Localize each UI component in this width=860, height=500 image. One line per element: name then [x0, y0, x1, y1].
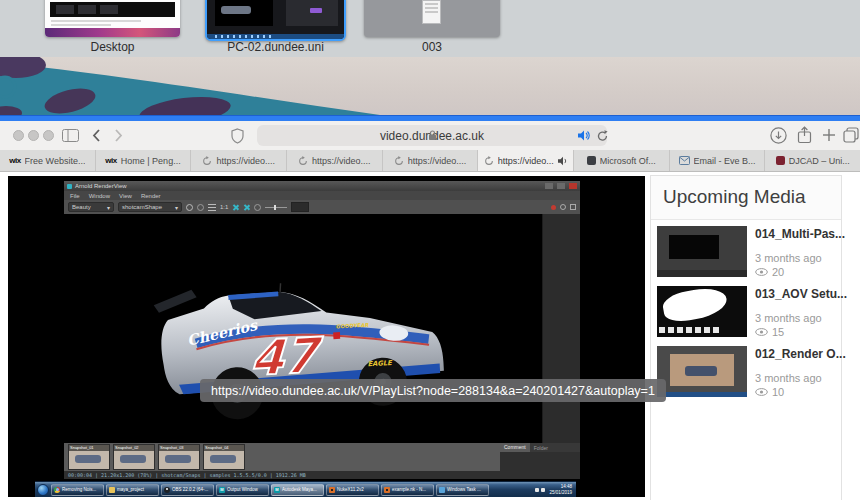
history-icon — [298, 156, 308, 166]
render-viewport: EAGLE GOODYEAR 47 Cheerios — [64, 214, 580, 443]
upcoming-media-sidebar: Upcoming Media 014_Multi-Pas... 3 months… — [650, 175, 842, 500]
video-player[interactable]: Arnold RenderView File Window View Rende… — [8, 176, 645, 497]
media-age: 3 months ago — [755, 252, 841, 264]
media-item-014[interactable]: 014_Multi-Pas... 3 months ago 20 — [651, 220, 841, 280]
eye-icon — [755, 268, 768, 276]
folder-tab: Folder — [530, 445, 552, 451]
arnold-title-bar: Arnold RenderView — [64, 181, 580, 191]
menu-window: Window — [89, 193, 110, 199]
aov-dropdown: Beauty▾ — [68, 202, 114, 212]
minimize-button[interactable] — [28, 130, 39, 141]
mini-car-image — [221, 6, 251, 14]
tab-video-active[interactable]: https://video... — [478, 150, 574, 171]
gear-icon — [254, 204, 261, 211]
space-thumbnail-desktop[interactable] — [45, 0, 180, 37]
taskbar-clock: 14:48 25/01/2019 — [549, 484, 572, 495]
taskbar-button-output: MOutput Window — [216, 484, 269, 496]
media-thumbnail — [657, 286, 747, 337]
taskbar-button-nuke: NukeX11.2v2 — [326, 484, 379, 496]
eye-icon — [755, 388, 768, 396]
downloads-icon[interactable] — [770, 127, 787, 144]
system-tray: 14:48 25/01/2019 — [535, 484, 574, 495]
media-thumbnail — [657, 346, 747, 397]
mini-text-line — [51, 24, 111, 26]
tab-home-peng[interactable]: wix Home | Peng... — [96, 150, 192, 171]
zoom-button[interactable] — [43, 130, 54, 141]
media-item-013[interactable]: 013_AOV Setu... 3 months ago 15 — [651, 280, 841, 340]
tab-overview-icon[interactable] — [843, 127, 859, 143]
taskbar-button-nuke-script: example.nk - N... — [381, 484, 434, 496]
address-bar[interactable]: video.dundee.ac.uk — [257, 125, 607, 146]
wix-icon: wix — [9, 156, 20, 165]
mission-control-bar: Desktop PC-02.dundee.uni 003 — [0, 0, 860, 58]
taskbar-button-chrome: Removing Nois... — [51, 484, 104, 496]
space-label-003: 003 — [364, 40, 500, 54]
privacy-shield-icon[interactable] — [231, 128, 244, 144]
record-dot-icon — [551, 205, 556, 210]
space-thumbnail-pc02[interactable] — [205, 0, 346, 41]
tab-free-website[interactable]: wix Free Website... — [0, 150, 96, 171]
exposure-slider — [265, 207, 287, 208]
close-button[interactable] — [13, 130, 24, 141]
media-age: 3 months ago — [755, 312, 841, 324]
media-thumbnail — [657, 226, 747, 277]
taskbar-button-obs: OBS 22.0.2 (64-... — [161, 484, 214, 496]
camera-dropdown: shotcamShape▾ — [118, 202, 182, 212]
space-label-desktop: Desktop — [45, 40, 180, 54]
history-icon — [394, 156, 404, 166]
forward-icon[interactable] — [114, 129, 123, 142]
mini-app-panel — [286, 0, 338, 26]
media-item-012[interactable]: 012_Render O... 3 months ago 10 — [651, 340, 841, 400]
tire-brand-text: EAGLE — [367, 359, 393, 368]
car-number-text: 47 — [249, 326, 324, 386]
audio-playing-icon[interactable] — [578, 130, 590, 141]
back-icon[interactable] — [92, 129, 101, 142]
tab-video-1[interactable]: https://video.... — [191, 150, 287, 171]
history-icon — [484, 156, 494, 166]
mini-browser-banner — [50, 2, 175, 17]
folder-icon — [109, 487, 115, 493]
wallpaper-wave-art — [0, 57, 400, 115]
tab-audio-icon[interactable] — [558, 156, 568, 166]
options-icon — [570, 204, 576, 210]
media-title: 014_Multi-Pas... — [755, 227, 841, 241]
render-side-panel — [542, 214, 580, 443]
arnold-renderview-window: Arnold RenderView File Window View Rende… — [64, 181, 580, 479]
arnold-app-icon — [67, 184, 72, 189]
tab-email[interactable]: Email - Eve B... — [670, 150, 766, 171]
monitor-icon — [439, 487, 445, 493]
snapshot-thumb: Snapshot_02 — [113, 444, 155, 470]
comment-panel: Comment Folder — [500, 443, 580, 471]
menu-view: View — [119, 193, 132, 199]
tab-microsoft-office[interactable]: Microsoft Of... — [574, 150, 670, 171]
new-tab-icon[interactable] — [822, 128, 836, 142]
tray-flag-icon — [535, 488, 539, 492]
wix-icon: wix — [105, 156, 116, 165]
render-start-icon — [186, 204, 193, 211]
space-thumbnail-003[interactable] — [364, 0, 500, 37]
snapshot-thumb: Snapshot_01 — [68, 444, 110, 470]
nuke-icon — [384, 487, 390, 493]
tab-video-2[interactable]: https://video.... — [287, 150, 383, 171]
history-icon — [202, 156, 212, 166]
media-title: 013_AOV Setu... — [755, 287, 841, 301]
sidebar-toggle-icon[interactable] — [62, 129, 79, 142]
lock-icon — [428, 130, 437, 141]
status-url-text: https://video.dundee.ac.uk/V/PlayList?no… — [211, 384, 655, 398]
arnold-toolbar: Beauty▾ shotcamShape▾ 1:1 — [64, 200, 580, 214]
status-url-overlay: https://video.dundee.ac.uk/V/PlayList?no… — [200, 379, 666, 402]
eye-icon — [755, 328, 768, 336]
tab-djcad[interactable]: DJCAD – Uni... — [765, 150, 860, 171]
reload-icon[interactable] — [597, 130, 608, 142]
taskbar-button-maya: MAutodesk Maya... — [271, 484, 324, 496]
media-views: 20 — [772, 266, 784, 278]
taskbar-button-task-manager: Windows Task ... — [436, 484, 489, 496]
share-icon[interactable] — [797, 126, 812, 144]
zoom-level-label: 1:1 — [220, 204, 228, 210]
chrome-icon — [54, 487, 60, 493]
isolate-selected-icon — [243, 204, 250, 211]
mail-icon — [679, 156, 690, 165]
tab-video-3[interactable]: https://video.... — [383, 150, 479, 171]
maya-icon: M — [274, 487, 280, 493]
arnold-menu-bar: File Window View Render — [64, 191, 580, 200]
